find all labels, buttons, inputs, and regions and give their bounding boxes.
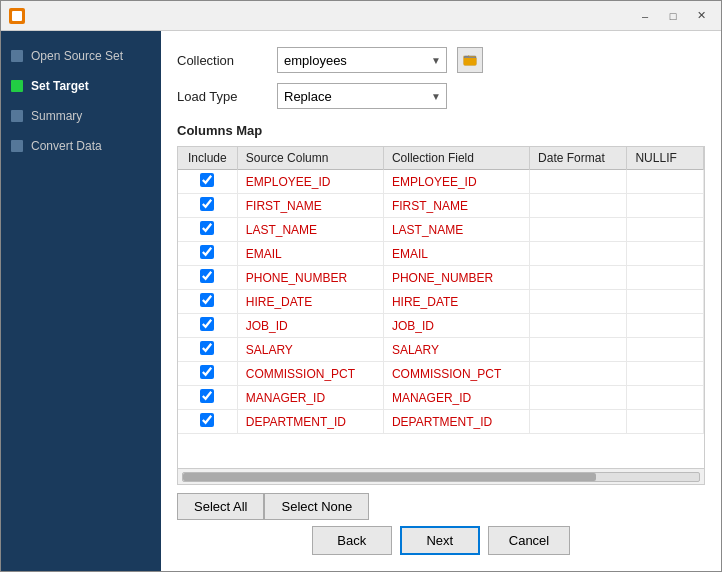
folder-icon — [463, 53, 477, 67]
cell-include-9 — [178, 386, 237, 410]
cell-include-4 — [178, 266, 237, 290]
cell-include-6 — [178, 314, 237, 338]
cell-include-1 — [178, 194, 237, 218]
cell-nullif-10 — [627, 410, 704, 434]
sidebar: Open Source Set Set Target Summary Conve… — [1, 31, 161, 571]
load-type-row: Load Type Replace Append Upsert ▼ — [177, 83, 705, 109]
th-include: Include — [178, 147, 237, 170]
cell-date-0 — [530, 170, 627, 194]
th-collection-field: Collection Field — [383, 147, 529, 170]
cell-field-9: MANAGER_ID — [383, 386, 529, 410]
collection-browse-button[interactable] — [457, 47, 483, 73]
minimize-button[interactable]: – — [633, 6, 657, 26]
th-date-format: Date Format — [530, 147, 627, 170]
checkbox-include-4[interactable] — [200, 269, 214, 283]
collection-select[interactable]: employees — [277, 47, 447, 73]
cell-field-4: PHONE_NUMBER — [383, 266, 529, 290]
scrollbar-track[interactable] — [182, 472, 700, 482]
cell-date-8 — [530, 362, 627, 386]
select-all-button[interactable]: Select All — [177, 493, 264, 520]
cell-field-2: LAST_NAME — [383, 218, 529, 242]
cell-source-4: PHONE_NUMBER — [237, 266, 383, 290]
svg-rect-0 — [12, 11, 22, 21]
main-content: Open Source Set Set Target Summary Conve… — [1, 31, 721, 571]
checkbox-include-8[interactable] — [200, 365, 214, 379]
cell-date-7 — [530, 338, 627, 362]
checkbox-include-3[interactable] — [200, 245, 214, 259]
table-row: SALARYSALARY — [178, 338, 704, 362]
scrollbar-thumb — [183, 473, 596, 481]
cell-source-10: DEPARTMENT_ID — [237, 410, 383, 434]
checkbox-include-10[interactable] — [200, 413, 214, 427]
cell-include-0 — [178, 170, 237, 194]
sidebar-indicator-set-target — [11, 80, 23, 92]
sidebar-label-convert-data: Convert Data — [31, 139, 102, 153]
cell-include-7 — [178, 338, 237, 362]
table-row: EMAILEMAIL — [178, 242, 704, 266]
sidebar-item-summary[interactable]: Summary — [1, 101, 161, 131]
sidebar-label-summary: Summary — [31, 109, 82, 123]
cell-nullif-9 — [627, 386, 704, 410]
collection-label: Collection — [177, 53, 267, 68]
table-scroll[interactable]: Include Source Column Collection Field D… — [178, 147, 704, 468]
sidebar-indicator-convert-data — [11, 140, 23, 152]
cell-field-6: JOB_ID — [383, 314, 529, 338]
checkbox-include-1[interactable] — [200, 197, 214, 211]
cell-source-2: LAST_NAME — [237, 218, 383, 242]
cell-date-5 — [530, 290, 627, 314]
cell-source-1: FIRST_NAME — [237, 194, 383, 218]
checkbox-include-9[interactable] — [200, 389, 214, 403]
cell-field-1: FIRST_NAME — [383, 194, 529, 218]
sidebar-indicator-summary — [11, 110, 23, 122]
collection-row: Collection employees ▼ — [177, 47, 705, 73]
cell-nullif-8 — [627, 362, 704, 386]
close-button[interactable]: ✕ — [689, 6, 713, 26]
cell-nullif-0 — [627, 170, 704, 194]
sidebar-item-set-target[interactable]: Set Target — [1, 71, 161, 101]
cell-nullif-1 — [627, 194, 704, 218]
horizontal-scrollbar[interactable] — [178, 468, 704, 484]
checkbox-include-0[interactable] — [200, 173, 214, 187]
sidebar-item-convert-data[interactable]: Convert Data — [1, 131, 161, 161]
select-none-button[interactable]: Select None — [264, 493, 369, 520]
cell-nullif-4 — [627, 266, 704, 290]
cell-nullif-2 — [627, 218, 704, 242]
checkbox-include-6[interactable] — [200, 317, 214, 331]
cell-field-3: EMAIL — [383, 242, 529, 266]
checkbox-include-5[interactable] — [200, 293, 214, 307]
cell-date-6 — [530, 314, 627, 338]
back-button[interactable]: Back — [312, 526, 392, 555]
maximize-button[interactable]: □ — [661, 6, 685, 26]
checkbox-include-2[interactable] — [200, 221, 214, 235]
load-type-select-wrapper: Replace Append Upsert ▼ — [277, 83, 447, 109]
sidebar-label-open-source-set: Open Source Set — [31, 49, 123, 63]
table-row: PHONE_NUMBERPHONE_NUMBER — [178, 266, 704, 290]
cell-include-3 — [178, 242, 237, 266]
th-nullif: NULLIF — [627, 147, 704, 170]
cell-date-4 — [530, 266, 627, 290]
sidebar-item-open-source-set[interactable]: Open Source Set — [1, 41, 161, 71]
table-body: EMPLOYEE_IDEMPLOYEE_IDFIRST_NAMEFIRST_NA… — [178, 170, 704, 434]
main-window: – □ ✕ Open Source Set Set Target Summary… — [0, 0, 722, 572]
app-icon — [9, 8, 25, 24]
table-row: MANAGER_IDMANAGER_ID — [178, 386, 704, 410]
load-type-select[interactable]: Replace Append Upsert — [277, 83, 447, 109]
load-type-label: Load Type — [177, 89, 267, 104]
cell-source-8: COMMISSION_PCT — [237, 362, 383, 386]
content-panel: Collection employees ▼ Load Type — [161, 31, 721, 571]
cancel-button[interactable]: Cancel — [488, 526, 570, 555]
cell-source-0: EMPLOYEE_ID — [237, 170, 383, 194]
cell-date-9 — [530, 386, 627, 410]
collection-select-wrapper: employees ▼ — [277, 47, 447, 73]
title-bar: – □ ✕ — [1, 1, 721, 31]
checkbox-include-7[interactable] — [200, 341, 214, 355]
cell-source-7: SALARY — [237, 338, 383, 362]
cell-date-3 — [530, 242, 627, 266]
next-button[interactable]: Next — [400, 526, 480, 555]
cell-date-10 — [530, 410, 627, 434]
cell-date-1 — [530, 194, 627, 218]
th-source-column: Source Column — [237, 147, 383, 170]
cell-nullif-5 — [627, 290, 704, 314]
cell-include-2 — [178, 218, 237, 242]
table-row: EMPLOYEE_IDEMPLOYEE_ID — [178, 170, 704, 194]
